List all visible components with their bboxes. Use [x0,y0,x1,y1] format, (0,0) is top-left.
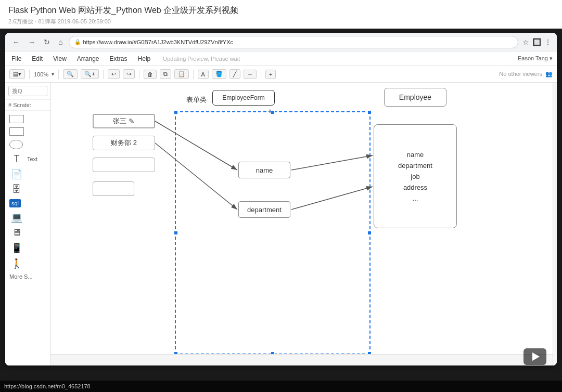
doc-icon: 📄 [9,168,24,180]
monitor-shape-item[interactable]: 🖥 [8,226,47,239]
zoom-out-btn[interactable]: 🔍 [63,69,78,79]
page-title: Flask Python Web 网站开发_Python Web 企业级开发系列… [8,5,554,16]
separator2 [58,70,59,79]
sel-handle-tr[interactable] [367,110,372,114]
svg-line-2 [155,143,237,210]
ellipse-shape [9,140,23,149]
extension-icon[interactable]: 🔲 [532,38,541,46]
draw-area: # Scrate: T Text 📄 � [5,83,557,365]
mobile-shape-item[interactable]: 📱 [8,241,47,255]
zoom-dropdown-icon[interactable]: ▾ [52,71,54,77]
menu-icon[interactable]: ⋮ [544,38,552,46]
employee-title-box[interactable]: Employee [384,88,446,107]
menu-arrange[interactable]: Arrange [75,54,101,63]
zhang-san-label: 张三 [113,116,126,126]
sel-handle-ml[interactable] [174,231,178,235]
status-bar [51,354,553,365]
shape-rect-item[interactable] [8,114,47,124]
menu-view[interactable]: View [51,54,69,63]
diagram-container: 表单类 EmployeeForm ↻ [51,83,553,365]
url-bar[interactable]: 🔒 https://www.draw.io/#G0B7rA1J2wb3KNTVd… [69,36,518,48]
forward-button[interactable]: → [26,37,37,47]
empty-field-2[interactable] [93,181,134,196]
menu-file[interactable]: File [9,54,23,63]
menu-bar: File Edit View Arrange Extras Help Updat… [5,51,557,66]
center-dept-field[interactable]: department [238,201,290,218]
arrow-btn[interactable]: → [244,70,257,79]
canvas-area[interactable]: 表单类 EmployeeForm ↻ [51,83,553,365]
toolbar: ▤▾ 100% ▾ 🔍 🔍+ ↩ ↪ 🗑 ⧉ 📋 A 🪣 ╱ → + No ot… [5,66,557,83]
more-label: More S... [9,273,33,280]
zoom-in-btn[interactable]: 🔍+ [81,69,98,79]
sel-handle-tl[interactable] [174,110,178,114]
search-input[interactable] [8,86,47,96]
menu-help[interactable]: Help [136,54,153,63]
selection-border [175,111,371,355]
laptop-shape-item[interactable]: 💻 [8,211,47,224]
db-shape-item[interactable]: 🗄 [8,183,47,196]
play-triangle-icon [532,352,540,361]
browser-bar: ← → ↻ ⌂ 🔒 https://www.draw.io/#G0B7rA1J2… [5,33,557,51]
more-item[interactable]: More S... [8,272,47,281]
employee-data-box[interactable]: name department job address ... [374,124,457,228]
separator5 [193,70,194,79]
back-button[interactable]: ← [10,37,22,47]
delete-btn[interactable]: 🗑 [144,70,157,79]
emp-field-more: ... [413,194,418,202]
page-header: Flask Python Web 网站开发_Python Web 企业级开发系列… [0,0,562,29]
separator6 [261,70,261,79]
home-button[interactable]: ⌂ [56,37,65,47]
person-shape-item[interactable]: 🚶 [8,257,47,270]
mobile-icon: 📱 [9,242,24,254]
text-btn[interactable]: A [198,70,209,79]
shape-rect2-item[interactable] [8,126,47,137]
shape-ellipse-item[interactable] [8,139,47,150]
fill-btn[interactable]: 🪣 [212,69,226,79]
center-dept-label: department [247,206,282,214]
doc-shape-item[interactable]: 📄 [8,167,47,181]
text-shape-icon: T [9,153,24,164]
dept-field[interactable]: 财务部 2 [93,136,155,150]
no-viewers: No other viewers: 👥 [499,71,553,77]
person-icon: 🚶 [9,258,24,269]
svg-line-3 [291,155,373,170]
user-info[interactable]: Eason Tang ▾ [518,55,553,62]
employee-form-box[interactable]: EmployeeForm [212,90,275,106]
employee-title: Employee [399,93,431,101]
emp-field-address: address [403,184,427,191]
bottom-url-bar: https://blog.csdn.net/m0_4652178 [0,381,562,392]
monitor-icon: 🖥 [9,227,24,238]
copy-btn[interactable]: ⧉ [160,69,171,79]
add-btn[interactable]: + [265,70,276,79]
text-label: Text [27,156,37,162]
refresh-icon: ↻ [269,108,274,115]
browser-actions: ☆ 🔲 ⋮ [522,38,552,46]
lock-icon: 🔒 [74,39,81,45]
page-btn[interactable]: ▤▾ [9,69,25,79]
menu-edit[interactable]: Edit [30,54,45,63]
menu-extras[interactable]: Extras [108,54,130,63]
db-icon: 🗄 [9,184,24,195]
separator3 [103,70,104,79]
play-button[interactable] [523,348,546,365]
reload-button[interactable]: ↻ [42,37,52,47]
svg-line-4 [291,187,373,210]
redo-btn[interactable]: ↪ [123,69,135,79]
zhang-san-field[interactable]: 张三 ✎ [93,114,155,128]
empty-field-1[interactable] [93,158,155,172]
star-icon[interactable]: ☆ [522,38,529,46]
right-scrollbar[interactable] [553,83,557,365]
page-meta: 2.6万播放 · 81弹幕 2019-06-05 20:59:00 [8,18,554,25]
rect2-shape [9,127,24,136]
center-name-field[interactable]: name [238,162,290,178]
sel-handle-mr[interactable] [367,231,372,235]
sql-shape-item[interactable]: sql [8,198,47,208]
bottom-url-text: https://blog.csdn.net/m0_4652178 [4,383,91,389]
undo-btn[interactable]: ↩ [108,69,120,79]
emp-field-name: name [407,151,424,159]
line-btn[interactable]: ╱ [229,69,240,79]
paste-btn[interactable]: 📋 [174,69,189,79]
rect-shape [9,115,24,123]
biaodanlei-label: 表单类 [186,95,207,104]
text-item[interactable]: T Text [8,152,47,165]
